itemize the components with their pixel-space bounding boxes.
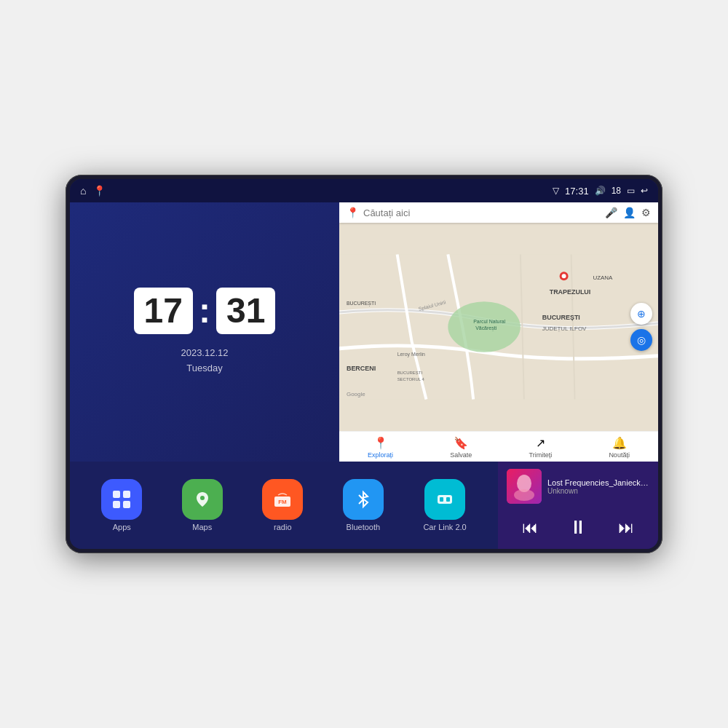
status-time: 17:31 bbox=[565, 186, 589, 197]
app-item-apps[interactable]: Apps bbox=[101, 479, 142, 531]
svg-text:TRAPEZULUI: TRAPEZULUI bbox=[550, 288, 591, 296]
bluetooth-icon bbox=[343, 479, 384, 520]
status-bar: ⌂ 📍 ▽ 17:31 🔊 18 ▭ ↩ bbox=[70, 179, 658, 202]
play-pause-button[interactable]: ⏸ bbox=[563, 513, 593, 542]
maps-status-icon[interactable]: 📍 bbox=[93, 185, 106, 197]
carlink-label: Car Link 2.0 bbox=[423, 523, 466, 531]
app-item-carlink[interactable]: Car Link 2.0 bbox=[423, 479, 466, 531]
map-footer: 📍 Explorați 🔖 Salvate ↗ Trimiteți 🔔 bbox=[339, 431, 658, 462]
svg-text:JUDEȚUL ILFOV: JUDEȚUL ILFOV bbox=[542, 325, 587, 332]
news-icon: 🔔 bbox=[612, 436, 627, 450]
clock-hour-block: 17 bbox=[134, 288, 193, 334]
apps-label: Apps bbox=[113, 523, 131, 531]
more-icon[interactable]: ⚙ bbox=[641, 207, 651, 218]
maps-icon bbox=[182, 479, 223, 520]
map-saved-tab[interactable]: 🔖 Salvate bbox=[450, 436, 472, 459]
device: ⌂ 📍 ▽ 17:31 🔊 18 ▭ ↩ 17 bbox=[66, 175, 662, 553]
svg-rect-17 bbox=[113, 491, 120, 498]
clock-hour: 17 bbox=[144, 293, 183, 328]
svg-rect-20 bbox=[123, 501, 130, 508]
music-info: Lost Frequencies_Janieck Devy-... Unknow… bbox=[507, 469, 649, 504]
main-area: 17 : 31 2023.12.12 Tuesday bbox=[70, 202, 658, 549]
map-pin-icon: 📍 bbox=[347, 207, 359, 218]
map-header: 📍 🎤 👤 ⚙ bbox=[339, 202, 658, 223]
svg-point-29 bbox=[514, 489, 534, 501]
svg-text:FM: FM bbox=[279, 499, 288, 505]
signal-icon: ▽ bbox=[553, 186, 559, 196]
volume-icon: 🔊 bbox=[595, 186, 606, 196]
status-right: ▽ 17:31 🔊 18 ▭ ↩ bbox=[553, 186, 648, 197]
map-news-tab[interactable]: 🔔 Noutăți bbox=[609, 436, 630, 459]
svg-text:Parcul Natural: Parcul Natural bbox=[473, 319, 506, 324]
send-label: Trimiteți bbox=[529, 451, 553, 459]
clock-minute-block: 31 bbox=[216, 288, 275, 334]
map-send-tab[interactable]: ↗ Trimiteți bbox=[529, 436, 553, 459]
music-thumbnail bbox=[507, 469, 542, 504]
maps-label: Maps bbox=[192, 523, 212, 531]
map-body[interactable]: Parcul Natural Văcărești TRAPEZULUI BUCU… bbox=[339, 223, 658, 431]
svg-text:BUCUREȘTI: BUCUREȘTI bbox=[397, 371, 423, 375]
svg-text:BERCENI: BERCENI bbox=[347, 365, 376, 372]
battery-level: 18 bbox=[612, 186, 621, 196]
news-label: Noutăți bbox=[609, 451, 630, 459]
battery-icon: ▭ bbox=[627, 186, 635, 196]
map-svg: Parcul Natural Văcărești TRAPEZULUI BUCU… bbox=[339, 223, 658, 431]
clock-date-value: 2023.12.12 bbox=[181, 346, 228, 361]
svg-text:UZANA: UZANA bbox=[593, 274, 613, 281]
music-text: Lost Frequencies_Janieck Devy-... Unknow… bbox=[547, 478, 649, 495]
music-panel: Lost Frequencies_Janieck Devy-... Unknow… bbox=[498, 462, 658, 549]
music-controls: ⏮ ⏸ ⏭ bbox=[507, 513, 649, 542]
bottom-section: Apps Maps bbox=[70, 462, 658, 549]
radio-label: radio bbox=[274, 523, 291, 531]
map-explore-tab[interactable]: 📍 Explorați bbox=[368, 436, 393, 459]
svg-text:BUCUREȘTI: BUCUREȘTI bbox=[347, 301, 376, 306]
svg-rect-25 bbox=[440, 497, 443, 502]
send-icon: ↗ bbox=[536, 436, 545, 450]
saved-icon: 🔖 bbox=[454, 436, 468, 450]
map-panel[interactable]: 📍 🎤 👤 ⚙ bbox=[339, 202, 658, 462]
clock-minute: 31 bbox=[226, 293, 265, 328]
music-artist: Unknown bbox=[547, 487, 649, 495]
map-search-input[interactable] bbox=[363, 207, 601, 218]
music-cover-art bbox=[507, 469, 542, 504]
clock-day: Tuesday bbox=[181, 361, 228, 376]
svg-rect-18 bbox=[123, 491, 130, 498]
map-controls: ⊕ ◎ bbox=[630, 303, 652, 351]
top-section: 17 : 31 2023.12.12 Tuesday bbox=[70, 202, 658, 462]
bluetooth-label: Bluetooth bbox=[347, 523, 380, 531]
svg-text:Google: Google bbox=[347, 391, 365, 397]
mic-icon[interactable]: 🎤 bbox=[605, 207, 617, 218]
app-item-maps[interactable]: Maps bbox=[182, 479, 223, 531]
app-item-bluetooth[interactable]: Bluetooth bbox=[343, 479, 384, 531]
next-button[interactable]: ⏭ bbox=[612, 515, 640, 540]
status-left: ⌂ 📍 bbox=[80, 185, 106, 197]
clock-date: 2023.12.12 Tuesday bbox=[181, 346, 228, 376]
location-icon[interactable]: ◎ bbox=[630, 329, 652, 351]
clock-panel: 17 : 31 2023.12.12 Tuesday bbox=[70, 202, 339, 462]
map-header-icons: 🎤 👤 ⚙ bbox=[605, 207, 651, 218]
svg-rect-26 bbox=[446, 497, 450, 502]
saved-label: Salvate bbox=[450, 451, 472, 459]
screen: ⌂ 📍 ▽ 17:31 🔊 18 ▭ ↩ 17 bbox=[70, 179, 658, 549]
svg-text:Văcărești: Văcărești bbox=[475, 325, 496, 331]
music-title: Lost Frequencies_Janieck Devy-... bbox=[547, 478, 649, 487]
svg-point-16 bbox=[562, 274, 566, 278]
clock-display: 17 : 31 bbox=[134, 288, 276, 334]
explore-icon: 📍 bbox=[373, 436, 388, 450]
app-item-radio[interactable]: FM radio bbox=[262, 479, 303, 531]
apps-icon bbox=[101, 479, 142, 520]
carlink-icon bbox=[424, 479, 465, 520]
back-icon[interactable]: ↩ bbox=[641, 186, 648, 196]
clock-colon: : bbox=[199, 293, 210, 328]
apps-row: Apps Maps bbox=[70, 462, 498, 549]
account-icon[interactable]: 👤 bbox=[623, 207, 636, 218]
svg-rect-19 bbox=[113, 501, 120, 508]
svg-text:Leroy Merlin: Leroy Merlin bbox=[397, 352, 425, 357]
home-icon[interactable]: ⌂ bbox=[80, 185, 86, 197]
svg-point-21 bbox=[200, 496, 205, 500]
compass-icon[interactable]: ⊕ bbox=[630, 303, 652, 325]
svg-text:SECTORUL 4: SECTORUL 4 bbox=[397, 377, 425, 381]
prev-button[interactable]: ⏮ bbox=[516, 515, 544, 540]
svg-text:BUCUREȘTI: BUCUREȘTI bbox=[542, 314, 580, 321]
explore-label: Explorați bbox=[368, 451, 393, 459]
